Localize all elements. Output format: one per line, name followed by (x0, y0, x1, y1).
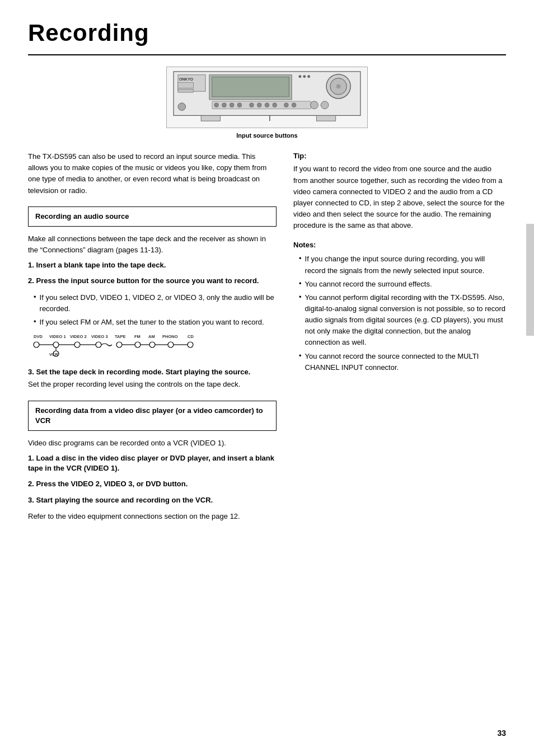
note-2: You cannot record the surround effects. (293, 279, 506, 290)
svg-point-12 (336, 84, 341, 88)
tip-text: If you want to record the video from one… (293, 163, 506, 231)
section1-content: Make all connections between the tape de… (28, 233, 277, 391)
notes-title: Notes: (293, 240, 506, 250)
svg-text:VIDEO 1: VIDEO 1 (49, 334, 66, 339)
svg-point-52 (168, 342, 174, 348)
tip-title: Tip: (293, 151, 506, 161)
svg-point-26 (321, 101, 329, 109)
svg-text:DVD: DVD (34, 334, 43, 339)
step-2: 2. Press the input source button for the… (28, 276, 277, 286)
svg-text:AM: AM (148, 334, 155, 339)
svg-point-50 (135, 342, 140, 348)
svg-point-18 (237, 103, 242, 107)
svg-point-15 (214, 103, 219, 107)
svg-rect-28 (316, 115, 335, 121)
svg-rect-6 (212, 77, 289, 96)
svg-point-23 (284, 103, 288, 107)
svg-point-53 (188, 342, 193, 348)
svg-point-22 (273, 103, 277, 107)
svg-text:ONKYO: ONKYO (179, 77, 194, 81)
note-4-text: You cannot record the source connected t… (305, 351, 506, 373)
intro-paragraph: The TX-DS595 can also be used to record … (28, 151, 277, 196)
svg-text:VIDEO 3: VIDEO 3 (91, 334, 108, 339)
page-title: Recording (28, 17, 506, 55)
section2-box: Recording data from a video disc player … (28, 401, 277, 431)
svg-rect-3 (178, 82, 193, 88)
svg-point-42 (74, 342, 80, 348)
step-1-label: 1. Insert a blank tape into the tape dec… (28, 260, 277, 270)
step-3-label: 3. Set the tape deck in recording mode. … (28, 367, 277, 377)
svg-point-16 (222, 103, 226, 107)
svg-point-40 (34, 342, 39, 348)
device-caption: Input source buttons (236, 132, 297, 140)
note-3-text: You cannot perform digital recording wit… (305, 292, 506, 349)
step-1: 1. Insert a blank tape into the tape dec… (28, 260, 277, 270)
section1-box: Recording an audio source (28, 206, 277, 227)
svg-point-17 (229, 103, 234, 107)
step-3-detail: Set the proper recording level using the… (28, 379, 277, 390)
svg-point-49 (116, 342, 122, 348)
right-tab-decoration (526, 224, 534, 336)
s2-step-3: 3. Start playing the source and recordin… (28, 495, 277, 505)
svg-point-20 (257, 103, 261, 107)
tip-section: Tip: If you want to record the video fro… (293, 151, 506, 231)
svg-text:PHONO: PHONO (162, 334, 178, 339)
svg-point-41 (53, 342, 59, 348)
section2-footer: Refer to the video equipment connections… (28, 511, 277, 522)
main-content: The TX-DS595 can also be used to record … (28, 151, 506, 532)
svg-rect-27 (201, 115, 220, 121)
bullet-2: If you select FM or AM, set the tuner to… (28, 317, 277, 328)
s2-step-1-label: 1. Load a disc in the video disc player … (28, 453, 277, 473)
svg-point-24 (292, 103, 296, 107)
svg-point-43 (96, 342, 101, 348)
right-column: Tip: If you want to record the video fro… (293, 151, 506, 532)
bullet-2-text: If you select FM or AM, set the tuner to… (40, 317, 264, 328)
svg-point-21 (265, 103, 269, 107)
s2-step-1: 1. Load a disc in the video disc player … (28, 453, 277, 473)
svg-text:FM: FM (134, 334, 140, 339)
device-diagram: ONKYO (166, 67, 368, 128)
s2-step-2: 2. Press the VIDEO 2, VIDEO 3, or DVD bu… (28, 479, 277, 489)
note-1-text: If you change the input source during re… (305, 253, 506, 276)
svg-text:CD: CD (188, 334, 194, 339)
section2-title: Recording data from a video disc player … (35, 406, 263, 425)
note-2-text: You cannot record the surround effects. (305, 279, 432, 290)
note-3: You cannot perform digital recording wit… (293, 292, 506, 349)
note-1: If you change the input source during re… (293, 253, 506, 276)
bullet-1: If you select DVD, VIDEO 1, VIDEO 2, or … (28, 292, 277, 314)
svg-text:TAPE: TAPE (115, 334, 125, 339)
s2-step-2-label: 2. Press the VIDEO 2, VIDEO 3, or DVD bu… (28, 479, 277, 489)
svg-point-7 (298, 75, 301, 78)
step-3: 3. Set the tape deck in recording mode. … (28, 367, 277, 390)
page-number: 33 (497, 728, 506, 739)
left-column: The TX-DS595 can also be used to record … (28, 151, 277, 532)
device-image-area: ONKYO (28, 67, 506, 140)
svg-rect-4 (178, 89, 193, 92)
note-4: You cannot record the source connected t… (293, 351, 506, 373)
section2-intro: Video disc programs can be recorded onto… (28, 438, 277, 449)
svg-point-9 (307, 75, 310, 78)
bullet-1-text: If you select DVD, VIDEO 1, VIDEO 2, or … (40, 292, 277, 314)
s2-step-3-label: 3. Start playing the source and recordin… (28, 495, 277, 505)
section2-content: Video disc programs can be recorded onto… (28, 438, 277, 522)
section1-intro: Make all connections between the tape de… (28, 233, 277, 256)
svg-point-13 (178, 103, 186, 111)
page: Recording ONKYO (0, 0, 534, 756)
svg-point-8 (303, 75, 306, 78)
svg-text:VIDEO 2: VIDEO 2 (70, 334, 87, 339)
section1-title: Recording an audio source (35, 212, 129, 220)
svg-point-25 (311, 101, 318, 109)
svg-point-51 (149, 342, 155, 348)
notes-section: Notes: If you change the input source du… (293, 240, 506, 373)
step-2-label: 2. Press the input source button for the… (28, 276, 277, 286)
svg-point-19 (250, 103, 254, 107)
signal-chain-diagram: DVD VIDEO 1 VIDEO 2 VIDEO 3 VCR TAPE FM … (28, 332, 277, 360)
